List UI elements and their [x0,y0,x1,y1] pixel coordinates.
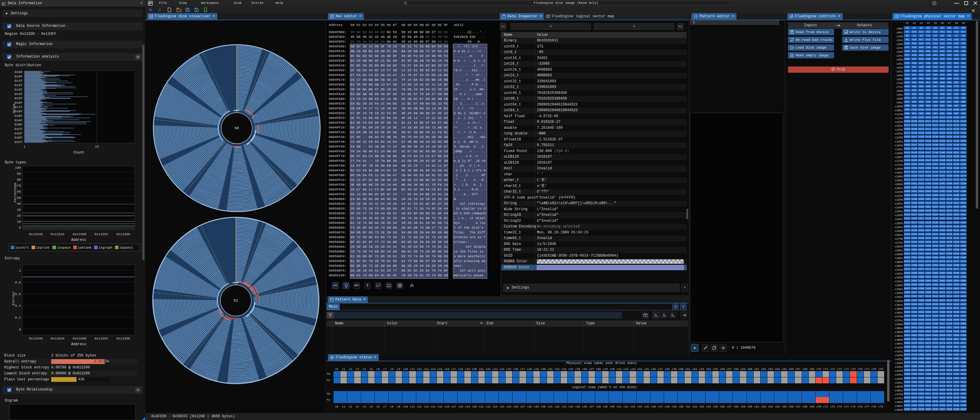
svg-text:h1: h1 [234,299,238,303]
svg-text:h0: h0 [235,126,239,131]
